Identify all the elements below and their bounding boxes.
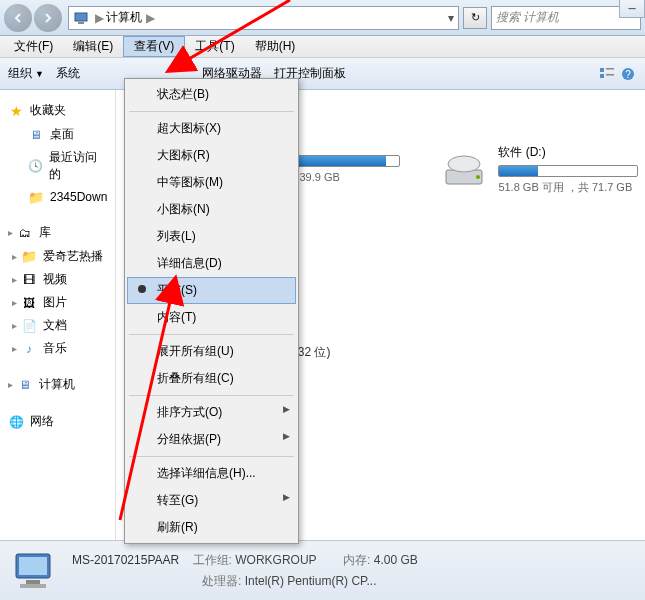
menu-choose-details[interactable]: 选择详细信息(H)... <box>127 460 296 487</box>
details-text: MS-20170215PAAR 工作组: WORKGROUP 内存: 4.00 … <box>72 552 418 590</box>
menu-group-by[interactable]: 分组依据(P) <box>127 426 296 453</box>
drive-usage-bar <box>498 165 638 177</box>
expand-icon: ▸ <box>12 297 17 308</box>
computer-icon: 🖥 <box>17 377 33 393</box>
menu-view[interactable]: 查看(V) <box>123 36 185 57</box>
menu-status-bar[interactable]: 状态栏(B) <box>127 81 296 108</box>
svg-text:?: ? <box>625 69 631 80</box>
menu-medium-icons[interactable]: 中等图标(M) <box>127 169 296 196</box>
drive-name: 软件 (D:) <box>498 144 645 161</box>
menu-refresh[interactable]: 刷新(R) <box>127 514 296 541</box>
menu-collapse-all[interactable]: 折叠所有组(C) <box>127 365 296 392</box>
menu-list[interactable]: 列表(L) <box>127 223 296 250</box>
toolbar-organize[interactable]: 组织 ▼ <box>8 65 44 82</box>
sidebar-computer[interactable]: ▸ 🖥 计算机 <box>0 372 115 397</box>
sidebar-item-label: 视频 <box>43 271 67 288</box>
expand-icon: ▸ <box>8 227 13 238</box>
sidebar-network[interactable]: 🌐 网络 <box>0 409 115 434</box>
menu-large-icons[interactable]: 大图标(R) <box>127 142 296 169</box>
chevron-down-icon: ▼ <box>35 69 44 79</box>
details-memory: 4.00 GB <box>374 553 418 567</box>
expand-icon: ▸ <box>12 343 17 354</box>
sidebar-item-recent[interactable]: 🕓 最近访问的 <box>0 146 115 186</box>
svg-point-10 <box>476 175 480 179</box>
sidebar-libraries[interactable]: ▸ 🗂 库 <box>0 220 115 245</box>
sidebar-item-documents[interactable]: ▸ 📄 文档 <box>0 314 115 337</box>
svg-rect-0 <box>75 13 87 21</box>
svg-rect-16 <box>20 584 46 588</box>
details-workgroup: WORKGROUP <box>235 553 316 567</box>
minimize-button[interactable]: ─ <box>619 0 645 18</box>
forward-button[interactable] <box>34 4 62 32</box>
computer-icon <box>73 10 89 26</box>
sidebar-item-label: 音乐 <box>43 340 67 357</box>
menu-tiles[interactable]: 平铺(S) <box>127 277 296 304</box>
expand-icon: ▸ <box>12 274 17 285</box>
sidebar-item-downloads[interactable]: 📁 2345Down <box>0 186 115 208</box>
svg-rect-1 <box>78 22 84 24</box>
svg-rect-15 <box>26 580 40 584</box>
radio-selected-icon <box>138 285 146 293</box>
address-dropdown-icon[interactable]: ▾ <box>448 11 454 25</box>
menu-file[interactable]: 文件(F) <box>4 36 63 57</box>
star-icon: ★ <box>8 103 24 119</box>
svg-rect-4 <box>600 74 604 78</box>
breadcrumb-sep: ▶ <box>146 11 155 25</box>
sidebar-favorites[interactable]: ★ 收藏夹 <box>0 98 115 123</box>
menu-goto[interactable]: 转至(G) <box>127 487 296 514</box>
menu-tiles-label: 平铺(S) <box>157 283 197 297</box>
pictures-icon: 🖼 <box>21 295 37 311</box>
sidebar-item-label: 2345Down <box>50 190 107 204</box>
menu-details[interactable]: 详细信息(D) <box>127 250 296 277</box>
menu-tools[interactable]: 工具(T) <box>185 36 244 57</box>
menu-edit[interactable]: 编辑(E) <box>63 36 123 57</box>
sidebar-item-music[interactable]: ▸ ♪ 音乐 <box>0 337 115 360</box>
view-mode-icon[interactable] <box>599 67 615 81</box>
sidebar-favorites-label: 收藏夹 <box>30 102 66 119</box>
sidebar-item-label: 图片 <box>43 294 67 311</box>
menu-separator <box>129 334 294 335</box>
drive-icon <box>440 150 488 190</box>
menu-help[interactable]: 帮助(H) <box>245 36 306 57</box>
toolbar: 组织 ▼ 系统 网络驱动器 打开控制面板 ? <box>0 58 645 90</box>
details-processor-label: 处理器: <box>202 574 241 588</box>
drive-item[interactable]: 软件 (D:) 51.8 GB 可用 ，共 71.7 GB <box>436 140 645 199</box>
folder-icon: 📁 <box>28 189 44 205</box>
menu-expand-all[interactable]: 展开所有组(U) <box>127 338 296 365</box>
sidebar-item-label: 桌面 <box>50 126 74 143</box>
menu-sort-by[interactable]: 排序方式(O) <box>127 399 296 426</box>
breadcrumb-location[interactable]: 计算机 <box>106 9 142 26</box>
details-computer-name: MS-20170215PAAR <box>72 553 179 567</box>
sidebar-item-iqiyi[interactable]: ▸ 📁 爱奇艺热播 <box>0 245 115 268</box>
sidebar: ★ 收藏夹 🖥 桌面 🕓 最近访问的 📁 2345Down ▸ 🗂 库 <box>0 90 116 540</box>
search-placeholder: 搜索 计算机 <box>496 9 559 26</box>
window-controls: ─ <box>619 0 645 18</box>
toolbar-organize-label: 组织 <box>8 65 32 82</box>
address-bar[interactable]: ▶ 计算机 ▶ ▾ <box>68 6 459 30</box>
folder-icon: 📁 <box>21 249 37 265</box>
details-processor: Intel(R) Pentium(R) CP... <box>245 574 377 588</box>
sidebar-item-videos[interactable]: ▸ 🎞 视频 <box>0 268 115 291</box>
desktop-icon: 🖥 <box>28 127 44 143</box>
back-button[interactable] <box>4 4 32 32</box>
menu-extra-large-icons[interactable]: 超大图标(X) <box>127 115 296 142</box>
sidebar-item-pictures[interactable]: ▸ 🖼 图片 <box>0 291 115 314</box>
view-dropdown-menu: 状态栏(B) 超大图标(X) 大图标(R) 中等图标(M) 小图标(N) 列表(… <box>124 78 299 544</box>
svg-rect-2 <box>600 68 604 72</box>
menu-separator <box>129 456 294 457</box>
toolbar-system[interactable]: 系统 <box>56 65 80 82</box>
music-icon: ♪ <box>21 341 37 357</box>
sidebar-item-desktop[interactable]: 🖥 桌面 <box>0 123 115 146</box>
menu-small-icons[interactable]: 小图标(N) <box>127 196 296 223</box>
sidebar-libraries-label: 库 <box>39 224 51 241</box>
menu-bar: 文件(F) 编辑(E) 查看(V) 工具(T) 帮助(H) <box>0 36 645 58</box>
details-pane: MS-20170215PAAR 工作组: WORKGROUP 内存: 4.00 … <box>0 540 645 600</box>
menu-content[interactable]: 内容(T) <box>127 304 296 331</box>
menu-separator <box>129 395 294 396</box>
sidebar-item-label: 最近访问的 <box>49 149 107 183</box>
drive-free-text: 51.8 GB 可用 ，共 71.7 GB <box>498 180 645 195</box>
network-icon: 🌐 <box>8 414 24 430</box>
refresh-button[interactable]: ↻ <box>463 7 487 29</box>
details-workgroup-label: 工作组: <box>193 553 232 567</box>
help-icon[interactable]: ? <box>621 67 637 81</box>
